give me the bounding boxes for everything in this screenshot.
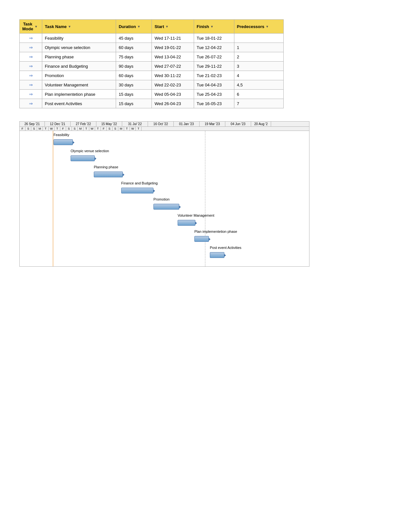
duration-cell: 30 days (116, 80, 152, 90)
timeline-top-cell: 16 Oct '22 (148, 122, 174, 126)
table-row: ⇒Finance and Budgeting90 daysWed 27-07-2… (20, 62, 284, 71)
timeline-bottom-cell: T (95, 127, 101, 131)
start-sort-icon[interactable]: ▼ (165, 25, 169, 28)
task-mode-cell: ⇒ (20, 80, 42, 90)
timeline-top-cell: 04 Jun '23 (225, 122, 251, 126)
task-mode-icon: ⇒ (29, 101, 33, 106)
duration-cell: 60 days (116, 43, 152, 52)
col-header-task-name: Task Name ▼ (42, 20, 116, 34)
task-mode-icon: ⇒ (29, 92, 33, 97)
timeline-top-cell: 19 Mar '23 (200, 122, 225, 126)
finish-cell: Tue 12-04-22 (194, 43, 234, 52)
task-table-section: Task Mode ▼ Task Name ▼ Duration ▼ (19, 19, 392, 108)
timeline-bottom-cell: S (66, 127, 72, 131)
predecessors-cell: 4 (234, 71, 283, 80)
finish-cell: Tue 21-02-23 (194, 71, 234, 80)
duration-cell: 75 days (116, 52, 152, 62)
gantt-bar (153, 204, 179, 210)
start-cell: Wed 26-04-23 (152, 99, 194, 108)
task-name-cell: Post event Activities (42, 99, 116, 108)
timeline-bottom-cell: W (89, 127, 95, 131)
timeline-top-row: 26 Sep '2112 Dec '2127 Feb '2215 May '22… (20, 122, 309, 127)
gantt-bar-label: Promotion (153, 197, 170, 201)
table-row: ⇒Feasibility45 daysWed 17-11-21Tue 18-01… (20, 34, 284, 43)
timeline-top-cell: 15 May '22 (96, 122, 122, 126)
timeline-top-cell: 01 Jan '23 (174, 122, 200, 126)
gantt-bar (178, 220, 195, 226)
duration-cell: 15 days (116, 99, 152, 108)
bar-connector-icon (209, 238, 210, 241)
timeline-bottom-cell: M (37, 127, 43, 131)
duration-sort-icon[interactable]: ▼ (137, 25, 141, 28)
gantt-bar (54, 139, 73, 145)
start-cell: Wed 22-02-23 (152, 80, 194, 90)
timeline-top-cell: 20 Aug '2 (251, 122, 271, 126)
gantt-bar-label: Finance and Budgeting (121, 181, 158, 185)
task-name-cell: Volunteer Management (42, 80, 116, 90)
timeline-bottom-cell: S (113, 127, 118, 131)
timeline-bottom-cell: M (118, 127, 124, 131)
task-mode-cell: ⇒ (20, 34, 42, 43)
timeline-bottom-cell: F (101, 127, 107, 131)
col-header-finish: Finish ▼ (194, 20, 234, 34)
timeline-bottom-cell: S (72, 127, 78, 131)
finish-cell: Tue 16-05-23 (194, 99, 234, 108)
timeline-bottom-cell: T (136, 127, 142, 131)
timeline-bottom-cell: W (130, 127, 136, 131)
gantt-bar-label: Feasibility (54, 133, 69, 137)
start-cell: Wed 30-11-22 (152, 71, 194, 80)
task-mode-icon: ⇒ (29, 35, 33, 41)
table-row: ⇒Promotion60 daysWed 30-11-22Tue 21-02-2… (20, 71, 284, 80)
gantt-bar-label: Volunteer Management (178, 213, 214, 217)
timeline-bottom-cell: F (60, 127, 66, 131)
predecessors-cell: 1 (234, 43, 283, 52)
timeline-bottom-row: FSSMTWTFSSMTWTFSSMTWT (20, 127, 309, 131)
task-mode-cell: ⇒ (20, 90, 42, 99)
duration-cell: 90 days (116, 62, 152, 71)
task-name-cell: Promotion (42, 71, 116, 80)
predecessors-sort-icon[interactable]: ▼ (266, 25, 269, 28)
task-mode-cell: ⇒ (20, 99, 42, 108)
duration-cell: 45 days (116, 34, 152, 43)
predecessors-cell (234, 34, 283, 43)
task-mode-icon: ⇒ (29, 45, 33, 50)
task-mode-sort-icon[interactable]: ▼ (34, 25, 38, 28)
timeline-bottom-cell: T (83, 127, 89, 131)
task-name-sort-icon[interactable]: ▼ (68, 25, 71, 28)
task-name-cell: Finance and Budgeting (42, 62, 116, 71)
task-mode-cell: ⇒ (20, 71, 42, 80)
bar-connector-icon (195, 222, 197, 225)
predecessors-cell: 3 (234, 62, 283, 71)
col-header-predecessors: Predecessors ▼ (234, 20, 283, 34)
gantt-bars-area: FeasibilityOlympic venue selectionPlanni… (20, 131, 309, 266)
timeline-bottom-cell: M (78, 127, 83, 131)
col-header-duration: Duration ▼ (116, 20, 152, 34)
col-header-start: Start ▼ (152, 20, 194, 34)
bar-connector-icon (224, 254, 226, 257)
duration-cell: 15 days (116, 90, 152, 99)
timeline-bottom-cell: S (107, 127, 113, 131)
task-mode-icon: ⇒ (29, 82, 33, 87)
task-mode-cell: ⇒ (20, 52, 42, 62)
bar-connector-icon (73, 141, 74, 144)
start-cell: Wed 05-04-23 (152, 90, 194, 99)
gantt-chart-section: 26 Sep '2112 Dec '2127 Feb '2215 May '22… (19, 121, 392, 267)
finish-cell: Tue 26-07-22 (194, 52, 234, 62)
task-mode-icon: ⇒ (29, 64, 33, 69)
predecessors-cell: 7 (234, 99, 283, 108)
finish-cell: Tue 04-04-23 (194, 80, 234, 90)
gantt-bar (71, 155, 95, 161)
timeline-top-cell: 27 Feb '22 (71, 122, 96, 126)
timeline-bottom-cell: T (43, 127, 49, 131)
task-mode-icon: ⇒ (29, 54, 33, 59)
gantt-bar (94, 172, 123, 177)
task-name-cell: Feasibility (42, 34, 116, 43)
start-cell: Wed 19-01-22 (152, 43, 194, 52)
duration-cell: 60 days (116, 71, 152, 80)
gantt-bar-label: Plan implementetion phase (194, 230, 237, 233)
timeline-top-cell: 26 Sep '21 (20, 122, 45, 126)
start-cell: Wed 27-07-22 (152, 62, 194, 71)
gantt-bar (194, 236, 209, 242)
timeline-bottom-cell: T (124, 127, 130, 131)
finish-sort-icon[interactable]: ▼ (210, 25, 213, 28)
